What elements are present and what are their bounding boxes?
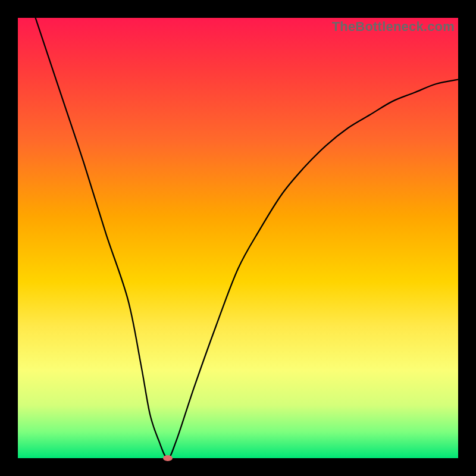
- plot-area: TheBottleneck.com: [18, 18, 458, 458]
- curve-svg: [18, 18, 458, 458]
- chart-frame: TheBottleneck.com: [0, 0, 476, 476]
- bottleneck-curve-path: [36, 18, 458, 458]
- optimal-point-marker: [163, 455, 173, 461]
